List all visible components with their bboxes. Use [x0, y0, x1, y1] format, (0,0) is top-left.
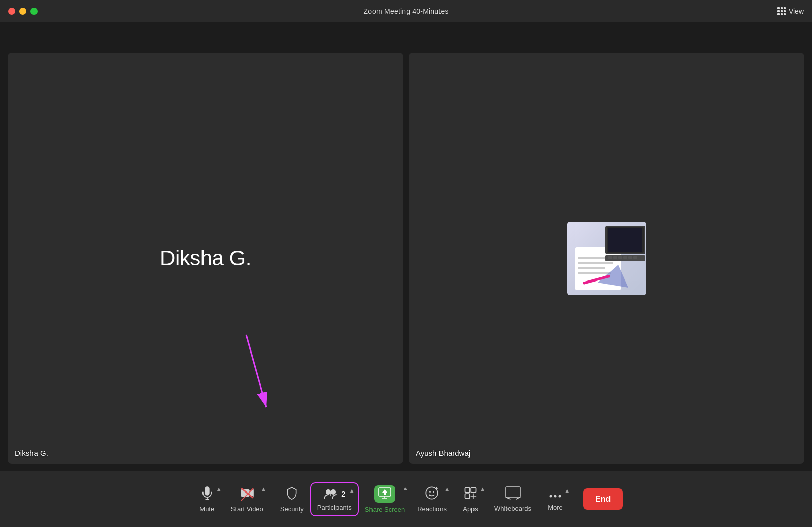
svg-rect-40: [465, 487, 470, 492]
toolbar: ▲ Mute ▲ Start Video: [0, 471, 812, 527]
whiteboards-button[interactable]: Whiteboards: [488, 482, 537, 516]
svg-rect-42: [465, 494, 470, 498]
close-button[interactable]: [8, 8, 15, 15]
security-icon: [285, 486, 298, 502]
more-icon: [548, 487, 562, 501]
reactions-label: Reactions: [417, 505, 447, 513]
video-grid: Diksha G. Diksha G.: [8, 53, 804, 464]
start-video-button[interactable]: ▲ Start Video: [225, 482, 269, 517]
mute-icon: [200, 486, 214, 502]
security-button[interactable]: Security: [274, 482, 310, 517]
share-screen-button[interactable]: ▲ Share Screen: [359, 481, 412, 517]
mute-caret[interactable]: ▲: [216, 486, 222, 492]
apps-button[interactable]: ▲ Apps: [453, 482, 488, 517]
view-button[interactable]: View: [777, 7, 804, 15]
svg-rect-43: [506, 487, 520, 497]
svg-rect-14: [618, 256, 622, 259]
participants-button[interactable]: ▲ 2 Participants: [310, 482, 359, 516]
screen-share-thumbnail: [567, 222, 646, 295]
whiteboards-icon: [505, 486, 521, 502]
svg-marker-33: [382, 489, 387, 495]
svg-rect-18: [608, 228, 642, 252]
reactions-icon: [425, 486, 439, 502]
svg-point-47: [554, 495, 557, 497]
titlebar: Zoom Meeting 40-Minutes View: [0, 0, 812, 22]
participants-label: Participants: [317, 504, 352, 511]
participant-name-diksha: Diksha G.: [15, 449, 48, 458]
main-content: Diksha G. Diksha G.: [0, 22, 812, 471]
svg-rect-41: [471, 487, 476, 492]
svg-rect-16: [628, 256, 632, 259]
svg-rect-5: [578, 267, 605, 269]
more-caret[interactable]: ▲: [564, 487, 570, 494]
svg-rect-13: [613, 256, 617, 259]
participants-icon: [323, 487, 339, 501]
minimize-button[interactable]: [19, 8, 26, 15]
svg-rect-12: [608, 256, 612, 259]
share-caret[interactable]: ▲: [402, 485, 408, 491]
participant-initials-diksha: Diksha G.: [160, 246, 251, 270]
svg-point-48: [559, 495, 561, 497]
video-caret[interactable]: ▲: [261, 486, 266, 492]
participant-name-ayush: Ayush Bhardwaj: [416, 449, 470, 458]
svg-point-46: [550, 495, 552, 497]
end-button[interactable]: End: [583, 488, 623, 510]
participants-caret[interactable]: ▲: [349, 487, 355, 494]
participants-icon-row: 2: [323, 487, 345, 501]
video-label: Start Video: [231, 505, 263, 513]
window-title: Zoom Meeting 40-Minutes: [363, 7, 448, 15]
svg-rect-6: [578, 272, 611, 274]
reactions-button[interactable]: ▲ Reactions: [411, 482, 453, 517]
apps-label: Apps: [463, 505, 478, 513]
svg-rect-3: [578, 257, 608, 259]
video-tile-ayush: Ayush Bhardwaj: [409, 53, 804, 464]
apps-icon: [463, 486, 478, 502]
separator-1: [272, 489, 272, 509]
mute-label: Mute: [199, 505, 214, 513]
more-label: More: [548, 504, 563, 511]
apps-caret[interactable]: ▲: [480, 486, 485, 492]
svg-point-36: [433, 491, 434, 493]
svg-point-35: [429, 491, 431, 493]
view-label: View: [789, 7, 804, 15]
share-screen-icon: [374, 485, 395, 503]
mute-button[interactable]: ▲ Mute: [189, 482, 225, 517]
reactions-caret[interactable]: ▲: [444, 486, 450, 492]
more-button[interactable]: ▲ More: [537, 483, 573, 515]
traffic-lights: [8, 8, 38, 15]
security-label: Security: [280, 505, 304, 513]
video-icon: [240, 486, 255, 502]
maximize-button[interactable]: [30, 8, 38, 15]
participants-count: 2: [341, 489, 345, 498]
whiteboards-label: Whiteboards: [494, 505, 531, 512]
svg-rect-15: [623, 256, 627, 259]
grid-view-icon: [777, 7, 786, 15]
svg-rect-4: [578, 262, 613, 264]
video-tile-diksha: Diksha G. Diksha G.: [8, 53, 403, 464]
share-screen-label: Share Screen: [365, 506, 405, 513]
svg-rect-17: [633, 256, 637, 259]
